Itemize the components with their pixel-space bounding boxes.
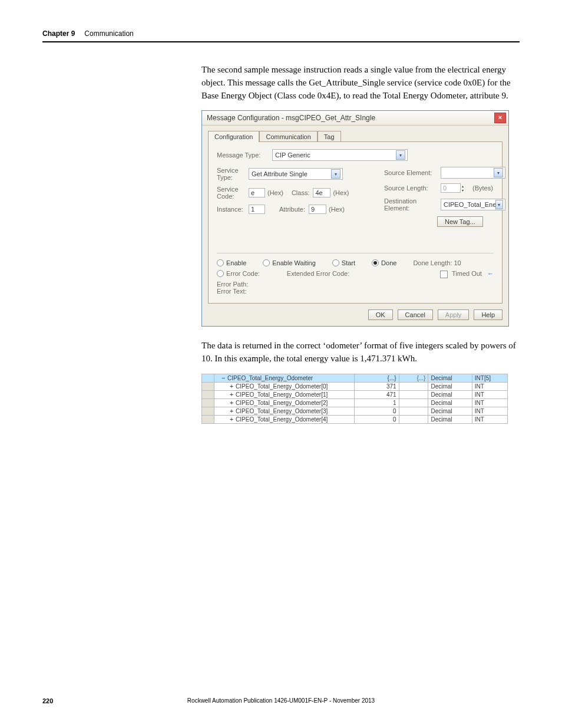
row-header [202, 374, 214, 382]
timed-out-checkbox[interactable] [440, 271, 448, 278]
value-cell: 1 [354, 398, 399, 407]
done-radio[interactable]: Done [372, 259, 396, 266]
type-cell: INT [472, 382, 507, 390]
value-cell: 471 [354, 390, 399, 398]
destination-label: Destination Element: [384, 197, 437, 212]
tab-body: Message Type: CIP Generic ▾ Service Type… [208, 141, 503, 304]
done-length-label: Done Length: 10 [413, 259, 461, 266]
cancel-button[interactable]: Cancel [398, 309, 433, 320]
expand-icon[interactable]: + [230, 383, 233, 390]
source-element-select[interactable]: ▾ [441, 167, 505, 179]
force-cell [399, 382, 428, 390]
row-header [202, 382, 214, 390]
style-cell: Decimal [428, 407, 472, 415]
value-cell: {...} [354, 374, 399, 382]
tag-name-cell: +CIPEO_Total_Energy_Odometer[0] [214, 382, 355, 390]
type-cell: INT [472, 407, 507, 415]
new-tag-button[interactable]: New Tag... [437, 216, 483, 227]
value-cell: 0 [354, 407, 399, 415]
value-cell: 371 [354, 382, 399, 390]
table-row[interactable]: +CIPEO_Total_Energy_Odometer[0]371Decima… [202, 382, 508, 390]
chevron-down-icon: ▾ [331, 169, 340, 179]
instance-label: Instance: [217, 206, 245, 213]
apply-button[interactable]: Apply [438, 309, 470, 320]
row-header [202, 390, 214, 398]
force-cell: {...} [399, 374, 428, 382]
message-config-window: Message Configuration - msgCIPEO_Get_Att… [201, 110, 509, 327]
value-cell: 0 [354, 415, 399, 423]
hex-label-3: (Hex) [329, 206, 345, 213]
chevron-down-icon: ▾ [495, 200, 503, 209]
service-code-input[interactable]: e [249, 188, 265, 197]
row-header [202, 407, 214, 415]
error-code-radio[interactable]: Error Code: [217, 270, 263, 277]
spinner-up-icon[interactable]: ▴ [462, 184, 469, 188]
attribute-label: Attribute: [279, 206, 305, 213]
extended-error-label: Extended Error Code: [287, 270, 349, 277]
force-cell [399, 407, 428, 415]
tag-name-cell: +CIPEO_Total_Energy_Odometer[3] [214, 407, 355, 415]
start-radio[interactable]: Start [332, 259, 355, 266]
tab-configuration[interactable]: Configuration [208, 131, 259, 142]
chevron-down-icon: ▾ [396, 150, 405, 160]
status-row: Enable Enable Waiting Start Done Done Le… [217, 253, 494, 266]
destination-select[interactable]: CIPEO_Total_Energy_ ▾ [441, 199, 505, 210]
row-header [202, 398, 214, 407]
error-path-label: Error Path: [217, 281, 260, 288]
force-cell [399, 415, 428, 423]
service-type-label: Service Type: [217, 167, 245, 181]
tab-tag[interactable]: Tag [318, 131, 341, 142]
expand-icon[interactable]: + [230, 408, 233, 414]
intro-paragraph-2: The data is returned in the correct ‘odo… [201, 340, 520, 365]
service-code-label: Service Code: [217, 186, 245, 200]
page-header: Chapter 9 Communication [42, 29, 520, 42]
type-cell: INT[5] [472, 374, 507, 382]
enable-waiting-radio[interactable]: Enable Waiting [263, 259, 316, 266]
close-icon[interactable]: × [494, 113, 506, 123]
class-input[interactable]: 4e [313, 188, 330, 197]
timed-out-label: Timed Out [452, 270, 482, 277]
hex-label-2: (Hex) [333, 189, 349, 196]
service-type-select[interactable]: Get Attribute Single ▾ [249, 168, 343, 180]
hex-label-1: (Hex) [267, 189, 283, 196]
instance-input[interactable]: 1 [249, 205, 265, 214]
table-row[interactable]: +CIPEO_Total_Energy_Odometer[1]471Decima… [202, 390, 508, 398]
publication-line: Rockwell Automation Publication 1426-UM0… [42, 697, 520, 704]
ok-button[interactable]: OK [368, 309, 393, 320]
class-label: Class: [292, 189, 310, 196]
message-type-select[interactable]: CIP Generic ▾ [272, 149, 408, 161]
style-cell: Decimal [428, 398, 472, 407]
page-footer: 220 Rockwell Automation Publication 1426… [42, 697, 520, 704]
arrow-left-icon: ← [487, 270, 494, 277]
bytes-label: (Bytes) [472, 185, 493, 192]
table-row[interactable]: −CIPEO_Total_Energy_Odometer{...}{...}De… [202, 374, 508, 382]
expand-icon[interactable]: + [230, 391, 233, 398]
chevron-down-icon: ▾ [494, 168, 503, 177]
tag-name-cell: +CIPEO_Total_Energy_Odometer[2] [214, 398, 355, 407]
tag-name-cell: −CIPEO_Total_Energy_Odometer [214, 374, 355, 382]
attribute-input[interactable]: 9 [309, 205, 326, 214]
source-length-label: Source Length: [384, 185, 437, 192]
chapter-label: Chapter 9 [42, 29, 75, 38]
tab-communication[interactable]: Communication [259, 131, 317, 142]
table-row[interactable]: +CIPEO_Total_Energy_Odometer[2]1DecimalI… [202, 398, 508, 407]
enable-radio[interactable]: Enable [217, 259, 246, 266]
message-config-dialog-figure: Message Configuration - msgCIPEO_Get_Att… [201, 110, 520, 327]
row-header [202, 415, 214, 423]
expand-icon[interactable]: + [230, 416, 233, 423]
table-row[interactable]: +CIPEO_Total_Energy_Odometer[4]0DecimalI… [202, 415, 508, 423]
service-type-value: Get Attribute Single [252, 170, 308, 177]
type-cell: INT [472, 415, 507, 423]
message-type-label: Message Type: [217, 151, 269, 159]
table-row[interactable]: +CIPEO_Total_Energy_Odometer[3]0DecimalI… [202, 407, 508, 415]
expand-icon[interactable]: + [230, 400, 233, 406]
source-length-input[interactable]: 0 [441, 183, 461, 193]
style-cell: Decimal [428, 374, 472, 382]
type-cell: INT [472, 398, 507, 407]
destination-value: CIPEO_Total_Energy_ [444, 201, 495, 208]
type-cell: INT [472, 390, 507, 398]
spinner-down-icon[interactable]: ▾ [462, 188, 469, 192]
tag-table: −CIPEO_Total_Energy_Odometer{...}{...}De… [201, 374, 508, 424]
expand-icon[interactable]: − [222, 375, 225, 381]
help-button[interactable]: Help [474, 309, 503, 320]
